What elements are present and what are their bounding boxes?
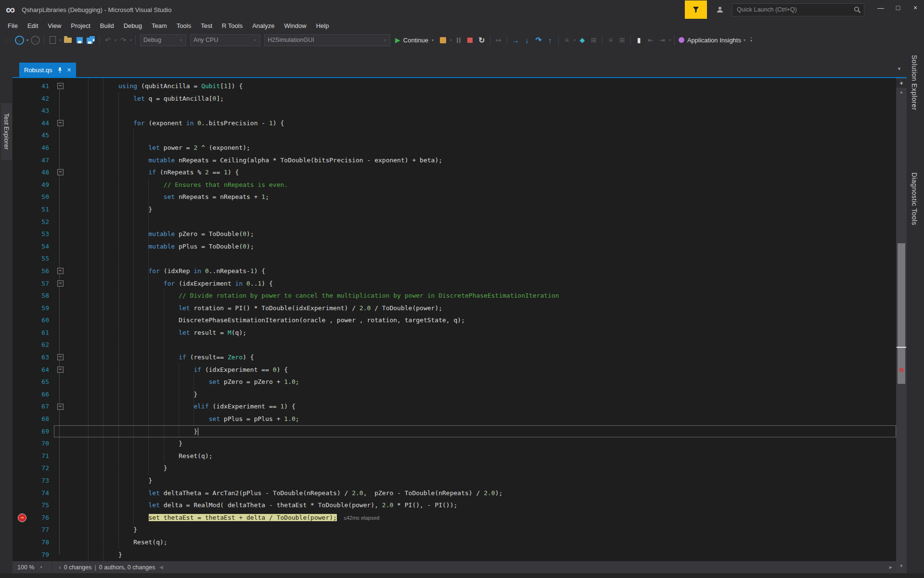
fold-margin[interactable] [54, 536, 66, 549]
stop-debugging-icon[interactable] [467, 38, 473, 43]
glyph-margin[interactable] [13, 376, 32, 388]
glyph-margin[interactable] [13, 536, 32, 549]
code-text[interactable]: for (exponent in 0..bitsPrecision - 1) { [66, 117, 896, 130]
fold-collapse-icon[interactable]: − [57, 169, 64, 175]
fold-margin[interactable] [54, 524, 66, 536]
fold-collapse-icon[interactable]: − [57, 120, 64, 126]
intellitrace-tag-icon[interactable]: ◆ [578, 35, 587, 45]
glyph-margin[interactable] [13, 327, 32, 339]
intellitrace-dropdown-icon[interactable]: ▾ [450, 38, 452, 42]
fold-margin[interactable] [54, 105, 66, 117]
changes-indicator[interactable]: 0 changes [64, 564, 92, 571]
fold-margin[interactable] [54, 129, 66, 142]
code-line-52[interactable]: 52 [13, 216, 896, 228]
code-text[interactable]: DiscretePhaseEstimationIteration(oracle … [66, 314, 896, 327]
glyph-margin[interactable] [13, 524, 32, 536]
break-all-icon[interactable] [457, 38, 461, 43]
breakpoint-current-statement-icon[interactable]: → [18, 513, 26, 522]
show-diagnostics-icon[interactable]: ↦ [494, 35, 503, 45]
code-text[interactable]: let q = qubitAncilla[0]; [66, 92, 896, 105]
code-text[interactable] [66, 129, 896, 142]
glyph-margin[interactable] [13, 549, 32, 561]
open-file-icon[interactable] [64, 38, 72, 43]
minimize-button[interactable]: — [872, 0, 889, 15]
code-line-67[interactable]: 67− elif (idxExperiment == 1) { [13, 400, 896, 413]
undo-icon[interactable]: ↶ [103, 35, 112, 45]
history-left-icon[interactable]: ◄ [158, 564, 165, 571]
show-next-statement-icon[interactable]: → [511, 35, 520, 45]
menu-build[interactable]: Build [95, 20, 119, 31]
fold-margin[interactable] [54, 314, 66, 327]
code-text[interactable]: if (idxExperiment == 0) { [66, 364, 896, 376]
fold-collapse-icon[interactable]: − [57, 354, 64, 360]
bookmark-dropdown-icon[interactable]: ▾ [669, 38, 671, 42]
code-text[interactable] [66, 216, 896, 228]
scroll-down-icon[interactable]: ▼ [896, 564, 907, 568]
code-line-62[interactable]: 62 [13, 339, 896, 351]
authors-indicator[interactable]: 0 authors, 0 changes [99, 564, 155, 571]
maximize-button[interactable]: □ [889, 0, 907, 15]
glyph-margin[interactable] [13, 166, 32, 179]
undo-dropdown-icon[interactable]: ▾ [115, 38, 116, 42]
bookmark-icon[interactable]: ▮ [635, 35, 643, 45]
glyph-margin[interactable] [13, 339, 32, 351]
menu-test[interactable]: Test [196, 20, 217, 31]
solution-configuration-dropdown[interactable]: Debug▾ [140, 34, 186, 46]
glyph-margin[interactable] [13, 499, 32, 512]
code-text[interactable]: } [66, 462, 896, 474]
glyph-margin[interactable] [13, 191, 32, 203]
glyph-margin[interactable] [13, 92, 32, 105]
glyph-margin[interactable] [13, 462, 32, 474]
code-line-69[interactable]: 69 } [13, 425, 896, 438]
code-text[interactable]: elif (idxExperiment == 1) { [66, 400, 896, 413]
code-line-53[interactable]: 53 mutable pZero = ToDouble(0); [13, 228, 896, 240]
splitter-handle-icon[interactable]: + [896, 79, 907, 88]
save-all-icon[interactable] [87, 36, 95, 44]
menu-tools[interactable]: Tools [172, 20, 196, 31]
glyph-margin[interactable] [13, 154, 32, 167]
code-text[interactable]: } [66, 524, 896, 536]
glyph-margin[interactable] [13, 216, 32, 228]
menu-window[interactable]: Window [279, 20, 311, 31]
code-line-48[interactable]: 48− if (nRepeats % 2 == 1) { [13, 166, 896, 179]
glyph-margin[interactable] [13, 425, 32, 438]
code-line-50[interactable]: 50 set nRepeats = nRepeats + 1; [13, 191, 896, 203]
menu-r-tools[interactable]: R Tools [217, 20, 247, 31]
fold-margin[interactable] [54, 203, 66, 216]
glyph-margin[interactable] [13, 105, 32, 117]
fold-margin[interactable] [54, 549, 66, 561]
vertical-scrollbar[interactable]: + ▲ ▼ [896, 78, 907, 573]
code-text[interactable]: for (idxRep in 0..nRepeats-1) { [66, 265, 896, 277]
glyph-margin[interactable] [13, 277, 32, 290]
breakpoint-window-dropdown-icon[interactable]: ▾ [574, 38, 576, 42]
fold-margin[interactable] [54, 252, 66, 265]
fold-margin[interactable]: − [54, 80, 66, 92]
breakpoint-window-icon[interactable]: ≡ [563, 35, 571, 45]
code-line-51[interactable]: 51 } [13, 203, 896, 216]
glyph-margin[interactable] [13, 203, 32, 216]
code-line-41[interactable]: 41− using (qubitAncilla = Qubit[1]) { [13, 80, 896, 92]
code-text[interactable]: // Divide rotation by power to cancel th… [66, 289, 896, 302]
glyph-margin[interactable] [13, 400, 32, 413]
bookmark-prev-icon[interactable]: ⇤ [646, 35, 655, 45]
code-text[interactable]: mutable pZero = ToDouble(0); [66, 228, 896, 240]
fold-margin[interactable] [54, 154, 66, 167]
code-line-54[interactable]: 54 mutable pPlus = ToDouble(0); [13, 240, 896, 253]
glyph-margin[interactable] [13, 413, 32, 425]
code-line-63[interactable]: 63− if (result== Zero) { [13, 351, 896, 364]
code-text[interactable]: let result = M(q); [66, 327, 896, 339]
menu-debug[interactable]: Debug [119, 20, 147, 31]
glyph-margin[interactable] [13, 351, 32, 364]
code-text[interactable]: mutable pPlus = ToDouble(0); [66, 240, 896, 253]
code-line-71[interactable]: 71 Reset(q); [13, 450, 896, 462]
fold-margin[interactable]: − [54, 265, 66, 277]
fold-margin[interactable] [54, 499, 66, 512]
code-line-56[interactable]: 56− for (idxRep in 0..nRepeats-1) { [13, 265, 896, 277]
fold-collapse-icon[interactable]: − [57, 367, 64, 373]
close-button[interactable]: × [907, 0, 924, 15]
glyph-margin[interactable] [13, 142, 32, 154]
restart-icon[interactable]: ↻ [477, 35, 486, 45]
zoom-control[interactable]: 100 % ▾ [13, 561, 48, 573]
fold-collapse-icon[interactable]: − [57, 268, 64, 274]
code-text[interactable]: // Ensures that nRepeats is even. [66, 179, 896, 191]
